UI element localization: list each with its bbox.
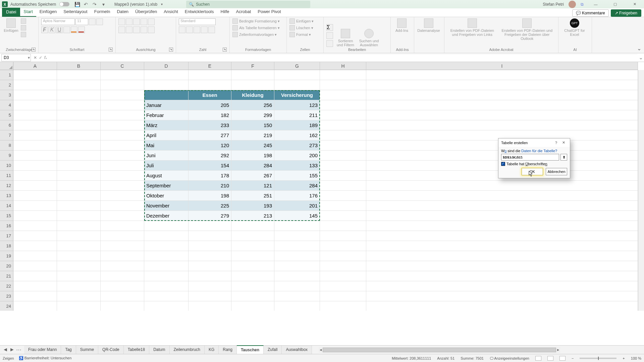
- cell[interactable]: [57, 90, 101, 100]
- font-size-select[interactable]: 11: [75, 18, 88, 25]
- cell[interactable]: Februar: [144, 110, 189, 120]
- percent-button[interactable]: [186, 26, 193, 33]
- cell[interactable]: 233: [189, 120, 231, 130]
- cell[interactable]: 189: [274, 120, 320, 130]
- align-top-button[interactable]: [118, 18, 125, 25]
- column-header[interactable]: E: [189, 62, 231, 70]
- sheet-tab[interactable]: Frau oder Mann: [24, 346, 61, 354]
- cell[interactable]: [366, 241, 638, 251]
- normal-view-button[interactable]: [535, 356, 541, 361]
- cell[interactable]: 213: [231, 211, 274, 221]
- sheet-tab[interactable]: Zufall: [264, 346, 282, 354]
- fill-button[interactable]: [326, 32, 333, 39]
- cell[interactable]: [144, 251, 189, 261]
- cell[interactable]: Januar: [144, 100, 189, 110]
- cell[interactable]: 150: [231, 120, 274, 130]
- row-header[interactable]: 3: [0, 90, 13, 100]
- ribbon-command[interactable]: Einfügen ▾: [289, 18, 314, 24]
- cell[interactable]: [366, 231, 638, 241]
- cell[interactable]: 121: [231, 181, 274, 191]
- cell[interactable]: [101, 231, 144, 241]
- sheet-tab[interactable]: Tabelle18: [124, 346, 149, 354]
- cell[interactable]: [101, 90, 144, 100]
- cell[interactable]: [144, 70, 189, 80]
- column-header[interactable]: F: [231, 62, 274, 70]
- cell[interactable]: [101, 201, 144, 211]
- cell[interactable]: 245: [231, 140, 274, 150]
- cell[interactable]: 256: [231, 100, 274, 110]
- cell[interactable]: [13, 201, 57, 211]
- cell[interactable]: Dezember: [144, 211, 189, 221]
- sheet-tab[interactable]: Rang: [219, 346, 237, 354]
- sheet-tab[interactable]: Datum: [149, 346, 169, 354]
- cell[interactable]: September: [144, 181, 189, 191]
- acrobat-outlook-button[interactable]: Erstellen von PDF-Dateien und Freigeben …: [499, 18, 555, 41]
- cell[interactable]: [57, 301, 101, 311]
- underline-button[interactable]: U: [56, 26, 63, 33]
- align-center-button[interactable]: [126, 26, 132, 33]
- ribbon-command[interactable]: Zellenformatvorlagen ▾: [232, 32, 280, 37]
- cell[interactable]: [366, 251, 638, 261]
- comma-button[interactable]: [194, 26, 200, 33]
- cell[interactable]: [320, 161, 366, 171]
- cell[interactable]: [366, 90, 638, 100]
- cell[interactable]: [101, 120, 144, 130]
- cell[interactable]: Versicherung: [274, 90, 320, 100]
- row-header[interactable]: 15: [0, 211, 13, 221]
- range-input[interactable]: [501, 154, 559, 161]
- cell[interactable]: 133: [274, 161, 320, 171]
- cell[interactable]: [57, 161, 101, 171]
- cell[interactable]: [13, 211, 57, 221]
- cell[interactable]: [13, 100, 57, 110]
- cell[interactable]: [57, 241, 101, 251]
- cell[interactable]: [101, 130, 144, 140]
- cell[interactable]: [57, 261, 101, 271]
- cell[interactable]: [189, 241, 231, 251]
- cell[interactable]: [101, 281, 144, 291]
- column-header[interactable]: D: [144, 62, 189, 70]
- cell[interactable]: [101, 301, 144, 311]
- cell[interactable]: [144, 271, 189, 281]
- row-header[interactable]: 4: [0, 100, 13, 110]
- cell[interactable]: [101, 291, 144, 301]
- row-header[interactable]: 16: [0, 221, 13, 231]
- ribbon-command[interactable]: Als Tabelle formatieren ▾: [232, 25, 280, 31]
- grow-font-button[interactable]: [89, 18, 96, 25]
- sheet-tab[interactable]: Tauschen: [237, 345, 264, 354]
- column-header[interactable]: B: [57, 62, 101, 70]
- ribbon-tab[interactable]: Start: [20, 7, 36, 17]
- cut-button[interactable]: [21, 18, 26, 24]
- worksheet-grid[interactable]: ABCDEFGHI 123456789101112131415161718192…: [0, 62, 644, 311]
- cell[interactable]: [144, 281, 189, 291]
- cell[interactable]: 279: [189, 211, 231, 221]
- column-header[interactable]: H: [320, 62, 366, 70]
- tab-nav-next-icon[interactable]: ►: [9, 347, 15, 353]
- align-bottom-button[interactable]: [133, 18, 140, 25]
- acrobat-link-button[interactable]: Erstellen von PDF-Dateien und Freigeben …: [447, 18, 497, 37]
- cell[interactable]: [189, 251, 231, 261]
- cell[interactable]: [320, 181, 366, 191]
- cell[interactable]: [13, 251, 57, 261]
- cell[interactable]: [320, 291, 366, 301]
- cell[interactable]: [274, 291, 320, 301]
- row-header[interactable]: 10: [0, 161, 13, 171]
- cell[interactable]: [274, 241, 320, 251]
- align-left-button[interactable]: [118, 26, 125, 33]
- headers-checkbox-label[interactable]: Tabelle hat Überschriften: [506, 162, 547, 166]
- cell[interactable]: [189, 80, 231, 90]
- cell[interactable]: Mai: [144, 140, 189, 150]
- cell[interactable]: 120: [189, 140, 231, 150]
- cell[interactable]: [144, 221, 189, 231]
- cell[interactable]: 284: [231, 161, 274, 171]
- sheet-tab[interactable]: Tag: [61, 346, 76, 354]
- row-header[interactable]: 24: [0, 301, 13, 311]
- cell[interactable]: [320, 150, 366, 161]
- row-header[interactable]: 6: [0, 120, 13, 130]
- cell[interactable]: [320, 281, 366, 291]
- close-button[interactable]: ✕: [627, 0, 642, 8]
- cell[interactable]: 162: [274, 130, 320, 140]
- cell[interactable]: [231, 251, 274, 261]
- cell[interactable]: [13, 281, 57, 291]
- horizontal-scrollbar[interactable]: ◄ ►: [319, 347, 560, 353]
- cell[interactable]: [13, 221, 57, 231]
